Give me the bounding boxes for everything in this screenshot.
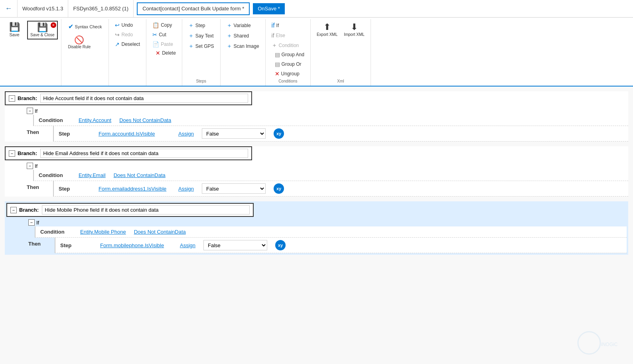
app-name: Woodford v15.1.3	[18, 0, 68, 17]
else-button[interactable]: if Else	[269, 31, 302, 40]
then-content-1: Step Form.accountid.IsVisible Assign Fal…	[47, 126, 628, 142]
clipboard-section: 📋 Copy ✂ Cut 📄 Paste ✕ Delete	[146, 19, 182, 86]
set-gps-icon: ＋	[188, 43, 194, 50]
branch-block-1: − Branch: − If Condition Entity.Account …	[5, 91, 628, 142]
branch-description-1[interactable]	[40, 94, 248, 103]
branch-description-3[interactable]	[42, 205, 250, 214]
import-xml-button[interactable]: ⬇ Import XML	[341, 21, 367, 39]
condition-field-1[interactable]: Entity.Account	[79, 117, 111, 123]
delete-button[interactable]: ✕ Delete	[153, 49, 179, 57]
assign-link-1[interactable]: Assign	[178, 131, 194, 137]
branch-header-2: − Branch:	[5, 146, 252, 160]
condition-row-3: Condition Entity.Mobile Phone Does Not C…	[35, 226, 627, 238]
conditions-label: Conditions	[269, 78, 307, 84]
save-close-button[interactable]: ✕ 💾 Save & Close	[27, 21, 58, 39]
assign-link-2[interactable]: Assign	[178, 186, 194, 192]
delete-buttons: ✕ Delete	[153, 49, 179, 57]
variable-icon: ＋	[227, 22, 232, 29]
condition-field-2[interactable]: Entity.Email	[79, 172, 106, 178]
redo-button[interactable]: ↪ Redo	[112, 30, 143, 39]
xy-button-1[interactable]: xy	[274, 128, 284, 139]
condition-row-1: Condition Entity.Account Does Not Contai…	[33, 115, 628, 126]
if-label-3: If	[36, 220, 39, 226]
redo-icon: ↪	[115, 31, 120, 38]
disable-rule-button[interactable]: 🚫 Disable Rule	[65, 34, 95, 51]
syntax-check-icon: ✔	[68, 23, 73, 30]
condition-op-1[interactable]: Does Not ContainData	[119, 117, 171, 123]
then-label-2: Then	[27, 181, 47, 193]
branch-collapse-1[interactable]: −	[9, 95, 15, 102]
deselect-button[interactable]: ↗ Deselect	[112, 40, 143, 49]
group-buttons: ▤ Group And ▤ Group Or ✕ Ungroup	[272, 50, 307, 78]
say-text-icon: ＋	[188, 32, 194, 39]
deselect-icon: ↗	[115, 41, 120, 47]
step-label-2: Step	[59, 186, 91, 192]
cut-button[interactable]: ✂ Cut	[150, 30, 176, 39]
then-content-3: Step Form.mobilephone.IsVisible Assign F…	[48, 238, 627, 253]
value-dropdown-2[interactable]: False True	[202, 183, 266, 194]
if-collapse-2[interactable]: −	[27, 163, 33, 169]
variable-button[interactable]: ＋ Variable	[224, 21, 262, 30]
value-dropdown-1[interactable]: False True	[202, 128, 266, 139]
manage-section: ✔ Syntax Check 🚫 Disable Rule	[61, 19, 109, 86]
export-xml-button[interactable]: ⬆ Export XML	[314, 21, 340, 39]
paste-button[interactable]: 📄 Paste	[150, 40, 176, 49]
say-text-button[interactable]: ＋ Say Text	[185, 31, 217, 41]
ribbon: 💾 Save ✕ 💾 Save & Close ✔ Syntax Check 🚫…	[0, 18, 633, 87]
branch-collapse-2[interactable]: −	[9, 150, 15, 157]
xy-button-2[interactable]: xy	[274, 183, 284, 194]
if-header-3: − If	[28, 218, 627, 226]
group-and-button[interactable]: ▤ Group And	[272, 50, 307, 59]
undo-button[interactable]: ↩ Undo	[112, 21, 143, 30]
branch-label-2: Branch:	[18, 150, 37, 156]
copy-button[interactable]: 📋 Copy	[150, 21, 176, 30]
condition-op-2[interactable]: Does Not ContainData	[114, 172, 166, 178]
step-row-1: Step Form.accountid.IsVisible Assign Fal…	[53, 126, 628, 142]
back-button[interactable]: ←	[0, 0, 18, 18]
save-close-icon: 💾	[37, 23, 48, 32]
save-button[interactable]: 💾 Save	[3, 21, 26, 39]
if-label-1: If	[35, 108, 37, 114]
condition-field-3[interactable]: Entity.Mobile Phone	[80, 229, 126, 235]
steps-buttons: ＋ Step ＋ Say Text ＋ Set GPS	[185, 21, 217, 51]
step-field-2[interactable]: Form.emailaddress1.IsVisible	[99, 186, 170, 192]
steps-label: Steps	[185, 78, 217, 84]
condition-op-3[interactable]: Does Not ContainData	[134, 229, 186, 235]
xml-buttons: ⬆ Export XML ⬇ Import XML	[314, 21, 367, 39]
group-or-button[interactable]: ▤ Group Or	[272, 60, 307, 69]
if-collapse-3[interactable]: −	[28, 219, 35, 226]
clipboard-buttons: 📋 Copy ✂ Cut 📄 Paste	[150, 21, 176, 49]
vars-buttons: ＋ Variable ＋ Shared ＋ Scan Image	[224, 21, 262, 51]
scan-image-button[interactable]: ＋ Scan Image	[224, 41, 262, 51]
condition-button[interactable]: ＋ Condition	[269, 41, 302, 50]
set-gps-button[interactable]: ＋ Set GPS	[185, 41, 217, 51]
branch-description-2[interactable]	[40, 149, 248, 158]
import-xml-icon: ⬇	[351, 23, 358, 31]
if-button[interactable]: if If	[269, 21, 302, 30]
xml-section: ⬆ Export XML ⬇ Import XML Xml	[311, 19, 371, 86]
manage-buttons: ✔ Syntax Check	[65, 21, 106, 32]
step-button[interactable]: ＋ Step	[185, 21, 217, 30]
shared-icon: ＋	[227, 32, 232, 39]
if-header-1: − If	[27, 107, 628, 115]
step-field-1[interactable]: Form.accountid.IsVisible	[99, 131, 170, 137]
value-dropdown-3[interactable]: False True	[203, 240, 267, 250]
if-block-2: − If Condition Entity.Email Does Not Con…	[27, 162, 628, 197]
branch-block-2: − Branch: − If Condition Entity.Email Do…	[5, 146, 628, 197]
then-wrapper-2: Then Step Form.emailaddress1.IsVisible A…	[27, 181, 628, 197]
save-icon: 💾	[9, 23, 20, 31]
back-icon: ←	[5, 4, 12, 13]
onsave-button[interactable]: OnSave *	[253, 3, 285, 14]
syntax-check-button[interactable]: ✔ Syntax Check	[65, 21, 106, 32]
then-label-1: Then	[27, 126, 47, 138]
xy-button-3[interactable]: xy	[275, 240, 286, 250]
shared-button[interactable]: ＋ Shared	[224, 31, 262, 41]
if-collapse-1[interactable]: −	[27, 108, 33, 114]
ungroup-button[interactable]: ✕ Ungroup	[272, 69, 307, 78]
vars-section: ＋ Variable ＋ Shared ＋ Scan Image	[221, 19, 266, 86]
step-field-3[interactable]: Form.mobilephone.IsVisible	[100, 242, 172, 248]
if-block-3: − If Condition Entity.Mobile Phone Does …	[28, 218, 627, 253]
step-label-1: Step	[59, 131, 91, 137]
branch-collapse-3[interactable]: −	[10, 207, 17, 213]
assign-link-3[interactable]: Assign	[180, 242, 195, 248]
